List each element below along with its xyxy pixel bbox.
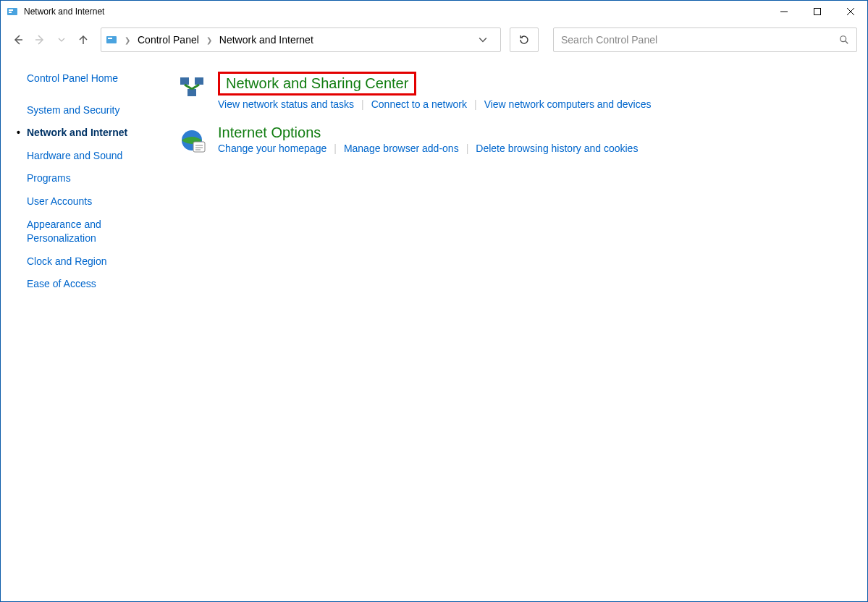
network-sharing-icon	[179, 75, 208, 103]
sidebar-item-system-security[interactable]: System and Security	[27, 103, 167, 118]
close-button[interactable]	[834, 1, 867, 22]
search-box[interactable]	[553, 27, 857, 52]
svg-rect-1	[9, 9, 13, 11]
sidebar-item-network-internet[interactable]: Network and Internet	[27, 126, 167, 140]
svg-rect-14	[180, 77, 189, 85]
link-delete-history[interactable]: Delete browsing history and cookies	[476, 143, 638, 154]
recent-dropdown-button[interactable]	[54, 33, 69, 47]
category-links: View network status and tasks|Connect to…	[218, 98, 652, 110]
sidebar-item-clock-region[interactable]: Clock and Region	[27, 255, 167, 269]
sidebar-item-appearance[interactable]: Appearance and Personalization	[27, 218, 167, 246]
breadcrumb-root[interactable]: Control Panel	[138, 34, 199, 46]
svg-rect-11	[108, 38, 112, 39]
link-manage-addons[interactable]: Manage browser add-ons	[344, 143, 459, 154]
chevron-right-icon[interactable]: ❯	[206, 36, 212, 44]
toolbar: ❯ Control Panel ❯ Network and Internet	[1, 22, 867, 57]
svg-rect-20	[193, 142, 205, 152]
sidebar-item-user-accounts[interactable]: User Accounts	[27, 195, 167, 209]
svg-rect-4	[814, 9, 821, 15]
link-view-network-status[interactable]: View network status and tasks	[218, 98, 354, 110]
content-panel: Network and Sharing Center View network …	[179, 72, 867, 601]
control-panel-icon	[106, 34, 117, 46]
category-network-sharing: Network and Sharing Center View network …	[179, 72, 853, 110]
search-icon[interactable]	[839, 35, 849, 45]
svg-rect-10	[106, 36, 117, 43]
chevron-right-icon[interactable]: ❯	[125, 36, 130, 44]
link-view-network-computers[interactable]: View network computers and devices	[484, 98, 652, 110]
control-panel-icon	[7, 6, 18, 17]
sidebar-item-programs[interactable]: Programs	[27, 171, 167, 186]
address-history-button[interactable]	[479, 35, 496, 44]
svg-line-18	[192, 85, 199, 89]
title-bar: Network and Internet	[1, 1, 867, 22]
svg-rect-16	[187, 89, 196, 96]
category-title-internet-options[interactable]: Internet Options	[218, 124, 638, 141]
svg-rect-2	[9, 12, 12, 13]
link-change-homepage[interactable]: Change your homepage	[218, 143, 326, 154]
window-title: Network and Internet	[24, 7, 767, 17]
breadcrumb-current[interactable]: Network and Internet	[219, 34, 313, 46]
category-title-network-sharing[interactable]: Network and Sharing Center	[218, 72, 416, 96]
link-connect-network[interactable]: Connect to a network	[371, 98, 467, 110]
internet-options-icon	[179, 127, 208, 156]
svg-line-17	[185, 85, 192, 89]
sidebar-item-hardware-sound[interactable]: Hardware and Sound	[27, 149, 167, 164]
address-bar[interactable]: ❯ Control Panel ❯ Network and Internet	[101, 27, 501, 52]
sidebar: Control Panel Home System and Security N…	[1, 72, 179, 601]
minimize-button[interactable]	[767, 1, 801, 22]
up-button[interactable]	[76, 33, 90, 47]
svg-rect-15	[195, 77, 203, 85]
svg-point-12	[840, 36, 846, 42]
svg-line-13	[846, 41, 848, 44]
refresh-button[interactable]	[510, 27, 539, 52]
back-button[interactable]	[11, 33, 25, 47]
sidebar-home-link[interactable]: Control Panel Home	[27, 72, 167, 86]
search-input[interactable]	[561, 34, 839, 46]
sidebar-item-ease-of-access[interactable]: Ease of Access	[27, 277, 167, 292]
category-links: Change your homepage|Manage browser add-…	[218, 143, 638, 154]
category-internet-options: Internet Options Change your homepage|Ma…	[179, 124, 853, 156]
forward-button[interactable]	[33, 33, 47, 47]
maximize-button[interactable]	[801, 1, 834, 22]
